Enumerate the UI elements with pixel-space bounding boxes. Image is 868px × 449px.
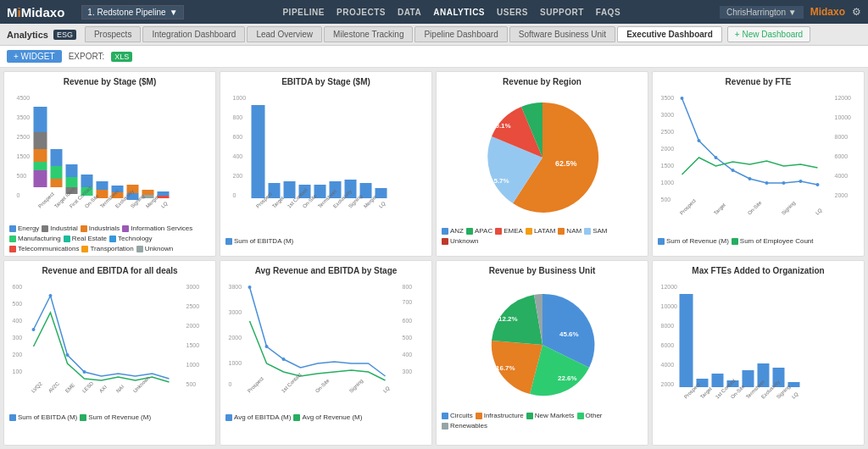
svg-text:LQ: LQ (791, 391, 799, 400)
svg-text:700: 700 (403, 299, 413, 305)
svg-rect-52 (376, 188, 387, 198)
nav-analytics[interactable]: ANALYTICS (433, 8, 485, 17)
svg-rect-13 (51, 179, 63, 187)
svg-text:400: 400 (233, 153, 243, 159)
svg-rect-144 (680, 294, 693, 387)
svg-text:LQ: LQ (160, 201, 169, 209)
svg-text:LQ: LQ (815, 208, 823, 216)
svg-point-85 (799, 180, 803, 183)
svg-text:3500: 3500 (661, 95, 675, 101)
tab-prospects[interactable]: Prospects (85, 26, 141, 42)
pipeline-selector[interactable]: 1. Redstone Pipeline ▼ (81, 5, 183, 19)
dropdown-icon: ▼ (170, 8, 178, 17)
svg-text:Unknown: Unknown (132, 375, 151, 394)
svg-point-104 (32, 328, 36, 331)
svg-rect-146 (712, 374, 724, 387)
svg-rect-10 (34, 170, 47, 187)
svg-text:Signing: Signing (348, 378, 364, 393)
svg-text:2000: 2000 (229, 335, 242, 341)
svg-text:3000: 3000 (229, 309, 242, 315)
svg-text:800: 800 (233, 114, 243, 120)
nav-users[interactable]: USERS (497, 8, 528, 17)
ebitda-legend: Sum of EBITDA (M) (225, 237, 426, 245)
chart-title-revenue-stage: Revenue by Stage ($M) (9, 77, 210, 86)
svg-text:16.7%: 16.7% (496, 364, 515, 372)
svg-text:1000: 1000 (229, 360, 242, 366)
svg-text:500: 500 (661, 197, 671, 202)
svg-text:LQ: LQ (382, 385, 391, 394)
avg-svg: 3800 3000 2000 1000 0 800 700 600 500 40… (225, 279, 426, 410)
tab-pipeline[interactable]: Pipeline Dashboard (415, 26, 507, 42)
tab-executive[interactable]: Executive Dashboard (617, 26, 722, 42)
fte-legend: Sum of Revenue (M) Sum of Employee Count (658, 237, 859, 245)
svg-text:500: 500 (186, 381, 197, 387)
avg-legend: Avg of EBITDA (M) Avg of Revenue (M) (225, 413, 426, 421)
svg-point-80 (715, 156, 718, 159)
max-ftes-chart: Max FTEs Added to Organization 12000 100… (652, 260, 865, 446)
svg-text:Signing: Signing (781, 200, 796, 215)
svg-text:500: 500 (13, 301, 23, 307)
svg-text:2000: 2000 (186, 323, 200, 329)
user-menu[interactable]: ChrisHarrington ▼ (720, 6, 804, 19)
svg-point-105 (49, 294, 53, 297)
svg-text:100: 100 (13, 369, 23, 374)
svg-text:Target: Target (699, 385, 713, 399)
settings-icon[interactable]: ⚙ (852, 6, 861, 18)
svg-rect-11 (51, 149, 63, 166)
svg-text:12000: 12000 (661, 284, 678, 290)
svg-point-107 (83, 370, 86, 374)
svg-text:On-Site: On-Site (747, 200, 763, 216)
svg-text:6000: 6000 (835, 153, 849, 159)
excel-export-btn[interactable]: XLS (111, 52, 132, 62)
svg-rect-148 (743, 370, 754, 387)
svg-text:600: 600 (403, 318, 413, 324)
svg-point-79 (698, 139, 701, 142)
svg-text:4000: 4000 (835, 173, 849, 179)
max-fte-svg: 12000 10000 8000 6000 4000 2000 Prospect… (658, 279, 859, 427)
svg-rect-8 (34, 149, 47, 162)
svg-rect-7 (34, 132, 47, 149)
svg-text:45.6%: 45.6% (559, 330, 579, 338)
svg-text:Target: Target (713, 202, 726, 215)
svg-text:LQ: LQ (378, 201, 387, 209)
svg-text:12000: 12000 (835, 95, 852, 101)
esg-badge: ESG (53, 30, 76, 40)
svg-text:3500: 3500 (17, 114, 31, 120)
new-dashboard-btn[interactable]: + New Dashboard (727, 26, 810, 42)
tab-lead-overview[interactable]: Lead Overview (247, 26, 322, 42)
svg-text:LESD: LESD (81, 380, 95, 394)
svg-text:AV2C: AV2C (47, 380, 60, 393)
svg-rect-12 (51, 166, 63, 179)
export-label: EXPORT: (69, 52, 105, 61)
nav-projects[interactable]: PROJECTS (337, 8, 386, 17)
chart-title-ebitda-stage: EBITDA by Stage ($M) (225, 77, 426, 86)
widget-button[interactable]: + WIDGET (7, 50, 62, 63)
svg-point-78 (681, 97, 684, 100)
svg-point-84 (782, 181, 786, 185)
chart-title-region: Revenue by Region (442, 77, 643, 86)
svg-rect-27 (158, 191, 170, 196)
region-legend: ANZ APAC EMEA LATAM NAM SAM Unknown (442, 227, 643, 245)
svg-text:Prospect: Prospect (37, 191, 55, 208)
nav-data[interactable]: DATA (398, 8, 421, 17)
svg-point-126 (248, 285, 252, 289)
svg-text:10000: 10000 (661, 303, 678, 309)
svg-text:1500: 1500 (17, 153, 31, 159)
svg-text:1500: 1500 (661, 163, 675, 169)
svg-point-82 (748, 177, 752, 180)
tab-software-bu[interactable]: Software Business Unit (509, 26, 615, 42)
nav-faqs[interactable]: FAQS (596, 8, 620, 17)
nav-pipeline[interactable]: PIPELINE (282, 8, 325, 17)
svg-text:2500: 2500 (186, 303, 200, 309)
svg-text:400: 400 (13, 318, 23, 324)
svg-text:2500: 2500 (661, 129, 675, 135)
bu-pie-svg: 45.6% 22.6% 16.7% 12.2% (483, 285, 602, 404)
svg-text:500: 500 (403, 335, 413, 341)
tab-integration[interactable]: Integration Dashboard (142, 26, 245, 42)
tab-milestone[interactable]: Milestone Tracking (324, 26, 413, 42)
nav-support[interactable]: SUPPORT (540, 8, 584, 17)
svg-text:Prospect: Prospect (679, 197, 697, 215)
revenue-by-stage-chart: Revenue by Stage ($M) 4500 3500 2500 150… (3, 71, 216, 257)
all-deals-legend: Sum of EBITDA (M) Sum of Revenue (M) (9, 413, 210, 421)
svg-text:EME: EME (64, 382, 75, 393)
